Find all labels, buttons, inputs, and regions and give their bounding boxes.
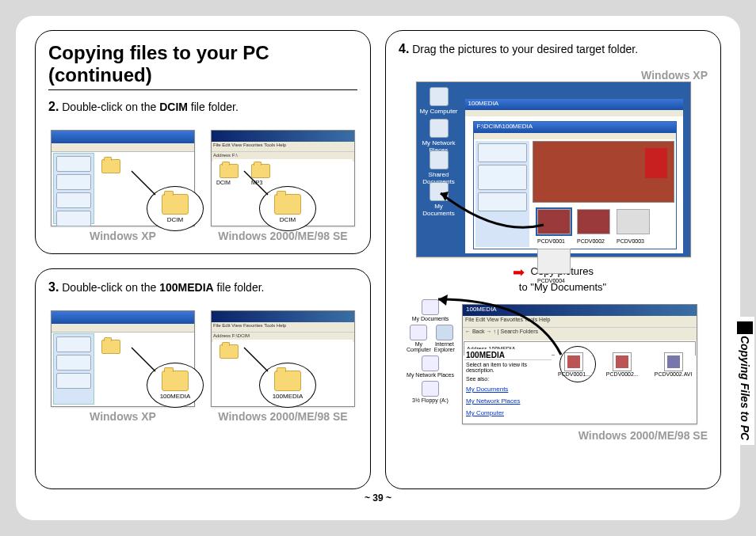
folder-icon bbox=[101, 159, 120, 173]
thumbnail[interactable] bbox=[537, 249, 571, 274]
step-text-after: file folder. bbox=[188, 101, 239, 113]
callout-100media: 100MEDIA bbox=[147, 363, 204, 408]
callout-label: DCIM bbox=[280, 216, 296, 223]
window-titlebar bbox=[212, 131, 354, 142]
folder-label: DCIM bbox=[216, 180, 231, 185]
caption: Windows XP bbox=[90, 410, 156, 423]
screenshot-xp-dcim: DCIM bbox=[51, 130, 195, 226]
right-column: 4. Drag the pictures to your desired tar… bbox=[385, 30, 721, 489]
file-item[interactable]: PCDV0002.AVI bbox=[655, 352, 693, 419]
menu-bar: File Edit View Favorites Tools Help bbox=[212, 322, 354, 332]
thumbnail[interactable] bbox=[577, 209, 610, 234]
drag-arrow-icon bbox=[433, 177, 552, 241]
folder-icon bbox=[220, 164, 239, 178]
floppy-icon bbox=[422, 381, 439, 397]
folder-icon bbox=[162, 194, 189, 215]
folder-icon bbox=[274, 194, 301, 215]
callout-pointer bbox=[244, 171, 273, 200]
link[interactable]: My Documents bbox=[466, 386, 508, 393]
image-file-icon bbox=[613, 352, 632, 371]
screenshot-row: DCIM Windows XP File Edit View Favorites… bbox=[48, 130, 357, 242]
callout-pointer bbox=[244, 348, 273, 376]
svg-line-1 bbox=[244, 171, 268, 195]
screenshot-col-xp: DCIM Windows XP bbox=[48, 130, 197, 242]
callout-pointer bbox=[132, 348, 160, 376]
step2: 2. Double-click on the DCIM file folder. bbox=[48, 100, 357, 114]
step-text: Double-click on the bbox=[62, 101, 159, 113]
caption: Windows XP bbox=[90, 230, 156, 242]
desktop-icon: My Network Places bbox=[420, 119, 458, 154]
thumbnail[interactable] bbox=[617, 209, 650, 234]
window-titlebar: 100MEDIA bbox=[465, 99, 683, 110]
caption: Windows 2000/ME/98 SE bbox=[399, 429, 708, 442]
screenshot-9x-dcim: File Edit View Favorites Tools Help Addr… bbox=[211, 130, 355, 226]
step-number: 4. bbox=[399, 42, 409, 55]
callout-100media: 100MEDIA bbox=[259, 363, 316, 408]
svg-marker-5 bbox=[438, 295, 448, 306]
caption: Windows 2000/ME/98 SE bbox=[218, 410, 347, 423]
callout-label: 100MEDIA bbox=[273, 393, 304, 400]
page-number: ~ 39 ~ bbox=[35, 492, 721, 504]
red-arrow-icon: ➡ bbox=[513, 264, 525, 281]
desktop-icon: My Computer bbox=[420, 87, 458, 115]
step4: 4. Drag the pictures to your desired tar… bbox=[399, 42, 708, 56]
window-toolbar bbox=[52, 324, 194, 333]
step3: 3. Double-click on the 100MEDIA file fol… bbox=[48, 280, 357, 295]
side-tab: Copying Files to PC bbox=[735, 317, 754, 445]
svg-line-0 bbox=[132, 171, 155, 195]
step-number: 2. bbox=[48, 100, 59, 113]
step-bold: 100MEDIA bbox=[159, 281, 213, 294]
xp-sidepanel bbox=[53, 153, 94, 224]
screenshot-9x-drag: My Documents My Computer Internet Explor… bbox=[407, 299, 700, 426]
svg-line-2 bbox=[132, 348, 155, 371]
screenshot-9x-100media: File Edit View Favorites Tools Help Addr… bbox=[211, 310, 355, 407]
screenshot-xp-100media: 100MEDIA bbox=[51, 310, 195, 407]
callout-label: DCIM bbox=[167, 216, 183, 223]
window-titlebar bbox=[212, 311, 354, 322]
step-text: Double-click on the bbox=[62, 281, 159, 294]
window-titlebar bbox=[52, 311, 194, 324]
callout-dcim: DCIM bbox=[147, 186, 204, 231]
card-step4: 4. Drag the pictures to your desired tar… bbox=[385, 30, 721, 489]
window-titlebar bbox=[52, 131, 194, 143]
callout-label: 100MEDIA bbox=[160, 393, 191, 400]
screenshot-xp-drag: My Computer My Network Places Shared Doc… bbox=[416, 82, 691, 257]
folder-icon bbox=[162, 371, 189, 391]
step-text-after: file folder. bbox=[214, 281, 265, 294]
video-file-icon bbox=[664, 352, 683, 371]
screenshot-col-9x: File Edit View Favorites Tools Help Addr… bbox=[208, 130, 357, 242]
thumbnail-strip: PCDV0001 PCDV0002 PCDV0003 PCDV0004 bbox=[533, 204, 674, 247]
screenshot-col-9x: File Edit View Favorites Tools Help Addr… bbox=[208, 310, 357, 477]
step-text: Drag the pictures to your desired target… bbox=[412, 43, 638, 55]
folder-icon bbox=[220, 344, 239, 359]
page: Copying files to your PC (continued) 2. … bbox=[16, 16, 740, 520]
svg-line-3 bbox=[244, 348, 268, 371]
window-toolbar bbox=[52, 143, 194, 152]
caption: Windows 2000/ME/98 SE bbox=[218, 230, 347, 242]
window-titlebar: F:\DCIM\100MEDIA bbox=[474, 122, 676, 133]
screenshot-col-xp: 100MEDIA Windows XP bbox=[48, 310, 197, 477]
callout-dcim: DCIM bbox=[259, 186, 316, 231]
screenshot-row: 100MEDIA Windows XP File Edit View Favor… bbox=[48, 310, 357, 477]
file-item[interactable]: PCDV0002... bbox=[606, 352, 639, 419]
columns: Copying files to your PC (continued) 2. … bbox=[35, 30, 721, 489]
desktop-icon: 3½ Floppy (A:) bbox=[407, 381, 454, 403]
page-title: Copying files to your PC (continued) bbox=[48, 42, 357, 90]
folder-icon bbox=[101, 340, 120, 354]
step-number: 3. bbox=[48, 280, 59, 294]
card-step2: Copying files to your PC (continued) 2. … bbox=[35, 30, 371, 254]
drag-arrow-icon bbox=[414, 283, 573, 378]
caption: Windows XP bbox=[399, 69, 708, 82]
xp-sidepanel bbox=[53, 333, 94, 405]
card-step3: 3. Double-click on the 100MEDIA file fol… bbox=[35, 268, 371, 489]
preview-image bbox=[533, 141, 674, 203]
menu-bar: File Edit View Favorites Tools Help bbox=[212, 142, 354, 151]
callout-pointer bbox=[132, 171, 160, 200]
link[interactable]: My Network Places bbox=[466, 397, 520, 405]
step-bold: DCIM bbox=[159, 101, 188, 113]
link[interactable]: My Computer bbox=[466, 409, 504, 416]
folder-icon bbox=[274, 371, 301, 391]
left-column: Copying files to your PC (continued) 2. … bbox=[35, 30, 371, 489]
